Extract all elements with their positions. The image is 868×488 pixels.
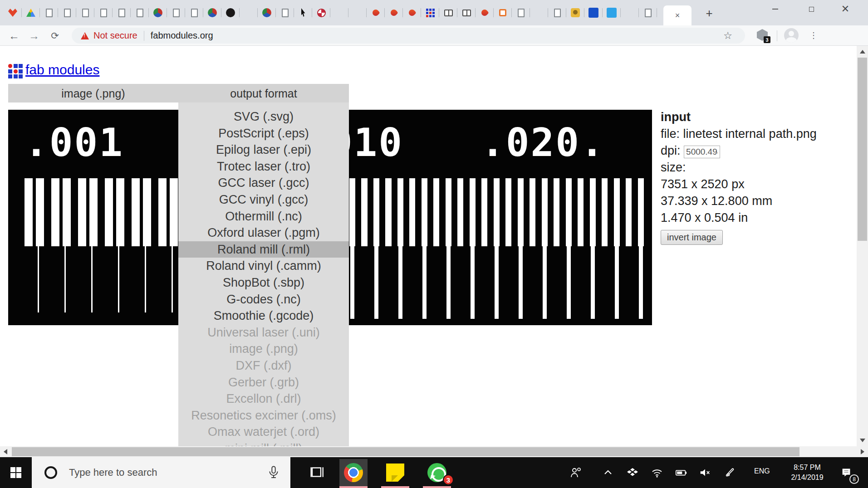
pinned-tab[interactable] xyxy=(276,5,294,20)
search-placeholder-text[interactable]: Type here to search xyxy=(69,467,157,478)
output-format-option[interactable]: Oxford ulaser (.pgm) xyxy=(178,224,349,241)
vertical-scrollbar[interactable] xyxy=(857,46,868,446)
pinned-tab[interactable] xyxy=(385,5,403,20)
pinned-tab[interactable] xyxy=(203,5,221,20)
horizontal-scrollbar-thumb[interactable] xyxy=(12,447,799,456)
pinned-tab[interactable] xyxy=(58,5,76,20)
volume-muted-icon[interactable] xyxy=(699,466,711,479)
window-close-button[interactable]: ✕ xyxy=(832,0,859,18)
pinned-tab[interactable] xyxy=(76,5,94,20)
output-format-option[interactable]: mini mill (.mill) xyxy=(178,440,349,446)
vertical-scrollbar-thumb[interactable] xyxy=(858,58,867,241)
output-format-option[interactable]: Universal laser (.uni) xyxy=(178,324,349,341)
pinned-tab[interactable] xyxy=(457,5,476,20)
pinned-tab[interactable] xyxy=(584,5,603,20)
output-format-option[interactable]: image (.png) xyxy=(178,341,349,357)
pinned-tab[interactable] xyxy=(240,5,258,20)
output-format-option[interactable]: G-codes (.nc) xyxy=(178,291,349,308)
pinned-tab[interactable] xyxy=(113,5,131,20)
output-format-option[interactable]: Smoothie (.gcode) xyxy=(178,307,349,324)
window-restore-button[interactable] xyxy=(798,0,825,18)
windows-ink-pen-icon[interactable] xyxy=(724,466,737,479)
pinned-tab[interactable] xyxy=(367,5,385,20)
pinned-tab[interactable] xyxy=(330,5,348,20)
address-bar[interactable]: Not secure fabmodules.org ☆ xyxy=(72,28,745,44)
pinned-tab[interactable] xyxy=(131,5,149,20)
output-format-option[interactable]: Roland mill (.rml) xyxy=(178,241,349,258)
url-text[interactable]: fabmodules.org xyxy=(151,30,213,41)
output-format-option[interactable]: Gerber (.grb) xyxy=(178,374,349,391)
microphone-icon[interactable] xyxy=(267,465,280,480)
output-format-option[interactable]: PostScript (.eps) xyxy=(178,125,349,142)
output-format-option[interactable]: GCC laser (.gcc) xyxy=(178,175,349,191)
active-tab[interactable]: × xyxy=(663,5,691,25)
pinned-tab[interactable] xyxy=(348,5,367,20)
pinned-tab[interactable] xyxy=(476,5,494,20)
pinned-tab[interactable] xyxy=(621,5,639,20)
pinned-tab[interactable] xyxy=(4,5,22,20)
profile-avatar[interactable] xyxy=(784,28,799,43)
output-format-option[interactable]: Othermill (.nc) xyxy=(178,208,349,225)
pinned-tab[interactable] xyxy=(149,5,167,20)
taskbar-sticky-notes-icon[interactable] xyxy=(381,459,409,486)
window-minimize-button[interactable] xyxy=(761,0,789,18)
pinned-tab[interactable] xyxy=(22,5,40,20)
pinned-tab[interactable] xyxy=(40,5,58,20)
pinned-tab[interactable] xyxy=(403,5,421,20)
taskbar-whatsapp-icon[interactable]: 3 xyxy=(423,459,451,486)
pinned-tab[interactable] xyxy=(603,5,621,20)
people-icon[interactable] xyxy=(570,466,583,479)
pinned-tab[interactable] xyxy=(185,5,203,20)
scroll-right-arrow[interactable] xyxy=(861,449,864,454)
fab-modules-link[interactable]: fab modules xyxy=(25,62,99,78)
chrome-menu-icon[interactable]: ⋮ xyxy=(807,29,820,42)
bookmark-star-icon[interactable]: ☆ xyxy=(723,30,732,42)
dropbox-icon[interactable] xyxy=(626,466,639,479)
clock[interactable]: 8:57 PM 2/14/2019 xyxy=(782,463,832,483)
wifi-icon[interactable] xyxy=(651,466,663,479)
pinned-tab[interactable] xyxy=(294,5,312,20)
output-format-option[interactable]: Trotec laser (.tro) xyxy=(178,158,349,175)
output-format-option[interactable]: Excellon (.drl) xyxy=(178,390,349,407)
output-format-option[interactable]: Epilog laser (.epi) xyxy=(178,142,349,158)
tab-close-icon[interactable]: × xyxy=(675,11,680,20)
output-format-header[interactable]: output format xyxy=(178,87,349,100)
pinned-tab[interactable] xyxy=(639,5,657,20)
invert-image-button[interactable]: invert image xyxy=(661,230,723,245)
pinned-tab[interactable] xyxy=(548,5,566,20)
scroll-down-arrow[interactable] xyxy=(860,439,865,442)
taskbar-search-box[interactable]: Type here to search xyxy=(32,457,290,488)
forward-button[interactable]: → xyxy=(26,28,42,44)
output-format-option[interactable]: ShopBot (.sbp) xyxy=(178,274,349,291)
pinned-tab[interactable] xyxy=(566,5,584,20)
reload-button[interactable]: ⟳ xyxy=(47,28,63,44)
new-tab-button[interactable]: + xyxy=(702,7,716,20)
input-format-header[interactable]: image (.png) xyxy=(8,87,178,100)
pinned-tab[interactable] xyxy=(421,5,439,20)
pinned-tab[interactable] xyxy=(167,5,185,20)
pinned-tab[interactable] xyxy=(258,5,276,20)
task-view-icon[interactable] xyxy=(309,464,327,481)
pinned-tab[interactable] xyxy=(94,5,113,20)
pinned-tab[interactable] xyxy=(221,5,240,20)
horizontal-scrollbar[interactable] xyxy=(0,446,868,457)
show-hidden-icons-chevron[interactable] xyxy=(602,466,614,479)
output-format-option[interactable]: SVG (.svg) xyxy=(178,108,349,125)
start-button[interactable] xyxy=(0,457,32,488)
output-format-option[interactable]: Omax waterjet (.ord) xyxy=(178,424,349,440)
pinned-tab[interactable] xyxy=(312,5,330,20)
language-indicator[interactable]: ENG xyxy=(754,467,770,475)
not-secure-label[interactable]: Not secure xyxy=(93,30,137,41)
output-format-option[interactable]: DXF (.dxf) xyxy=(178,357,349,374)
pinned-tab[interactable] xyxy=(494,5,512,20)
back-button[interactable]: ← xyxy=(6,28,22,44)
pinned-tab[interactable] xyxy=(439,5,457,20)
pinned-tab[interactable] xyxy=(512,5,530,20)
taskbar-chrome-icon[interactable] xyxy=(339,459,368,486)
cortana-icon[interactable] xyxy=(44,466,57,479)
scroll-up-arrow[interactable] xyxy=(860,50,865,54)
output-format-option[interactable]: Resonetics excimer (.oms) xyxy=(178,407,349,424)
dpi-input[interactable] xyxy=(684,146,720,158)
pinned-tab[interactable] xyxy=(530,5,548,20)
scroll-left-arrow[interactable] xyxy=(4,449,7,454)
